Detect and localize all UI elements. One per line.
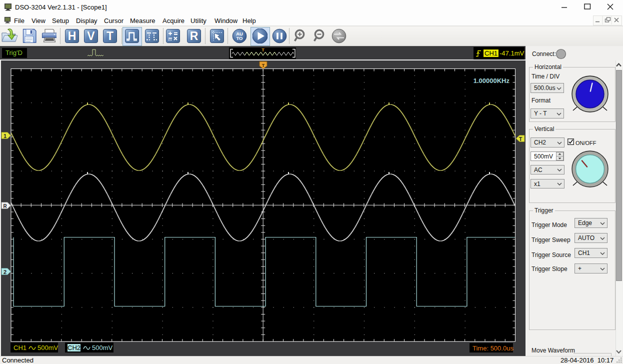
svg-text:R: R bbox=[190, 30, 198, 42]
svg-text:2: 2 bbox=[4, 269, 6, 275]
svg-text:T: T bbox=[262, 63, 265, 68]
svg-text:TO: TO bbox=[236, 36, 242, 41]
svg-text:T: T bbox=[519, 136, 522, 142]
svg-text:T: T bbox=[106, 30, 114, 42]
svg-text:H: H bbox=[68, 30, 76, 42]
svg-text:1: 1 bbox=[4, 133, 6, 139]
svg-text:R: R bbox=[3, 204, 7, 209]
svg-text:V: V bbox=[87, 30, 95, 42]
svg-text:T: T bbox=[262, 48, 264, 52]
svg-text:1.00000KHz: 1.00000KHz bbox=[474, 77, 510, 84]
